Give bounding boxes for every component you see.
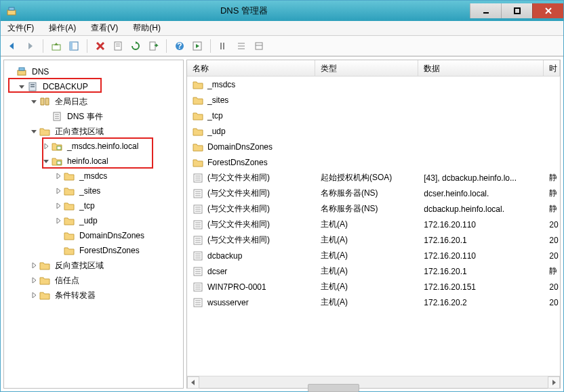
- list-header: 名称 类型 数据 时: [187, 60, 560, 77]
- col-type[interactable]: 类型: [315, 60, 418, 76]
- list-row[interactable]: (与父文件夹相同)主机(A)172.16.20.120: [187, 232, 560, 248]
- list-row[interactable]: wsusserver主机(A)172.16.20.220: [187, 295, 560, 310]
- scroll-thumb[interactable]: [308, 384, 359, 392]
- cell-type: 名称服务器(NS): [315, 186, 418, 200]
- list-row[interactable]: (与父文件夹相同)名称服务器(NS)dcser.heinfo.local.静: [187, 186, 560, 201]
- tree-item-zone-msdcs-heinfo[interactable]: _msdcs.heinfo.local: [7, 139, 180, 154]
- list-row[interactable]: _tcp: [187, 108, 560, 123]
- tree-item-fwd-zones[interactable]: 正向查找区域: [7, 124, 180, 139]
- list-row[interactable]: (与父文件夹相同)主机(A)172.16.20.11020: [187, 217, 560, 232]
- cell-name: WIN7PRO-0001: [187, 280, 315, 294]
- properties-button[interactable]: [110, 39, 125, 53]
- view-list2-button[interactable]: [234, 39, 249, 53]
- refresh-button[interactable]: [128, 39, 143, 53]
- close-button[interactable]: [532, 3, 563, 18]
- list-row[interactable]: _msdcs: [187, 77, 560, 92]
- cell-time: 静: [544, 186, 560, 200]
- expand-icon[interactable]: [54, 217, 62, 225]
- cell-data: dcbackup.heinfo.local.: [418, 203, 544, 215]
- cell-time: 静: [544, 202, 560, 216]
- delete-button[interactable]: [93, 39, 108, 53]
- tree-item-rev-zones[interactable]: 反向查找区域: [7, 258, 180, 273]
- expand-icon[interactable]: [54, 202, 62, 210]
- run-button[interactable]: [190, 39, 205, 53]
- expand-icon[interactable]: [30, 291, 38, 299]
- tree-item-sub-msdcs[interactable]: _msdcs: [7, 169, 180, 183]
- expand-icon[interactable]: [30, 276, 38, 284]
- cell-name: _msdcs: [187, 78, 315, 91]
- list-row[interactable]: _sites: [187, 92, 560, 108]
- toolbar-sep: [43, 39, 43, 53]
- expand-icon[interactable]: [54, 187, 62, 195]
- scroll-left-button[interactable]: [187, 376, 199, 389]
- view-list3-button[interactable]: [251, 39, 266, 53]
- list-row[interactable]: dcbackup主机(A)172.16.20.11020: [187, 248, 560, 263]
- record-icon: [193, 235, 203, 246]
- record-icon: [193, 173, 203, 183]
- view-list1-button[interactable]: [216, 39, 231, 53]
- list-row[interactable]: (与父文件夹相同)名称服务器(NS)dcbackup.heinfo.local.…: [187, 201, 560, 217]
- minimize-button[interactable]: [470, 3, 501, 18]
- cell-name: (与父文件夹相同): [187, 217, 315, 232]
- tree-item-server-dcbackup[interactable]: DCBACKUP: [7, 79, 180, 94]
- tree-item-zone-heinfo[interactable]: heinfo.local: [7, 154, 180, 169]
- tree-item-sub-tcp[interactable]: _tcp: [7, 198, 180, 213]
- collapse-icon[interactable]: [18, 83, 26, 91]
- app-window: DNS 管理器 文件(F) 操作(A) 查看(V) 帮助(H) ?: [0, 0, 564, 392]
- list-row[interactable]: ForestDnsZones: [187, 154, 560, 170]
- expand-icon[interactable]: [30, 261, 38, 269]
- tree-item-sub-udp[interactable]: _udp: [7, 213, 180, 228]
- up-folder-button[interactable]: [49, 39, 64, 53]
- list-row[interactable]: DomainDnsZones: [187, 139, 560, 154]
- expand-icon[interactable]: [54, 172, 62, 180]
- window-buttons: [470, 3, 563, 18]
- list-row[interactable]: WIN7PRO-0001主机(A)172.16.20.15120: [187, 279, 560, 295]
- tree-item-sub-forestdnszones[interactable]: ForestDnsZones: [7, 243, 180, 258]
- tree-label: DNS 事件: [65, 110, 105, 123]
- tree-item-sub-sites[interactable]: _sites: [7, 183, 180, 198]
- cell-name-text: (与父文件夹相同): [207, 172, 270, 183]
- tree-item-global-logs[interactable]: 全局日志: [7, 94, 180, 109]
- cell-name: (与父文件夹相同): [187, 171, 315, 185]
- list-row[interactable]: (与父文件夹相同)起始授权机构(SOA)[43], dcbackup.heinf…: [187, 170, 560, 186]
- tree-label: heinfo.local: [65, 156, 110, 167]
- tree-label: _msdcs: [77, 171, 109, 181]
- list-row[interactable]: dcser主机(A)172.16.20.1静: [187, 263, 560, 279]
- cell-type: [315, 130, 418, 133]
- export-button[interactable]: [146, 39, 161, 53]
- col-data[interactable]: 数据: [418, 60, 544, 76]
- body: DNSDCBACKUP全局日志DNS 事件正向查找区域_msdcs.heinfo…: [1, 56, 563, 391]
- menu-action[interactable]: 操作(A): [46, 21, 79, 35]
- menu-view[interactable]: 查看(V): [88, 21, 121, 35]
- cell-name: dcser: [187, 265, 315, 278]
- forward-button[interactable]: [22, 39, 37, 53]
- list-body[interactable]: _msdcs_sites_tcp_udpDomainDnsZonesForest…: [187, 77, 560, 376]
- tree-item-sub-domaindnszones[interactable]: DomainDnsZones: [7, 228, 180, 243]
- tree-pane[interactable]: DNSDCBACKUP全局日志DNS 事件正向查找区域_msdcs.heinfo…: [3, 60, 184, 389]
- menu-file[interactable]: 文件(F): [5, 21, 37, 35]
- tree-item-cond-fwd[interactable]: 条件转发器: [7, 288, 180, 303]
- col-name[interactable]: 名称: [187, 60, 315, 76]
- tree-item-trust-points[interactable]: 信任点: [7, 273, 180, 288]
- tree-item-dns-root[interactable]: DNS: [7, 64, 180, 79]
- toggle-tree-button[interactable]: [66, 39, 81, 53]
- collapse-icon[interactable]: [30, 127, 38, 135]
- collapse-icon[interactable]: [42, 157, 50, 165]
- toolbar-sep: [210, 39, 211, 53]
- scroll-right-button[interactable]: [548, 376, 560, 389]
- folder-icon: [193, 126, 203, 137]
- toolbar: ?: [1, 36, 563, 56]
- svg-rect-1: [9, 7, 14, 10]
- expand-icon[interactable]: [42, 142, 50, 150]
- tree-item-dns-events[interactable]: DNS 事件: [7, 109, 180, 124]
- list-row[interactable]: _udp: [187, 123, 560, 139]
- horizontal-scrollbar[interactable]: [187, 376, 560, 388]
- back-button[interactable]: [5, 39, 20, 53]
- maximize-button[interactable]: [501, 3, 532, 18]
- svg-rect-0: [7, 10, 16, 15]
- col-time[interactable]: 时: [544, 60, 560, 76]
- collapse-icon[interactable]: [30, 97, 38, 106]
- help-button[interactable]: ?: [172, 39, 187, 53]
- tree-label: 条件转发器: [53, 289, 98, 302]
- menu-help[interactable]: 帮助(H): [130, 21, 163, 35]
